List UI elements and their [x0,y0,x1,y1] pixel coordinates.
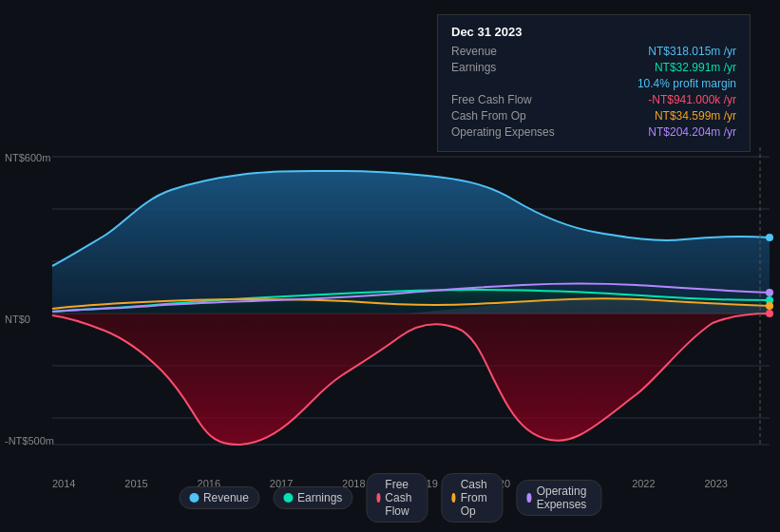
legend-label-revenue: Revenue [203,491,249,504]
tooltip-label-opex: Operating Expenses [451,125,555,139]
tooltip-date: Dec 31 2023 [451,25,736,39]
legend-revenue[interactable]: Revenue [179,486,259,509]
tooltip-value-earnings: NT$32.991m /yr [655,61,736,74]
tooltip-row-fcf: Free Cash Flow -NT$941.000k /yr [451,93,736,106]
svg-point-11 [766,302,773,310]
tooltip-label-revenue: Revenue [451,45,497,58]
tooltip-value-revenue: NT$318.015m /yr [648,45,736,58]
legend-dot-revenue [189,493,199,503]
legend: Revenue Earnings Free Cash Flow Cash Fro… [179,473,601,522]
tooltip-box: Dec 31 2023 Revenue NT$318.015m /yr Earn… [437,14,751,152]
legend-label-fcf: Free Cash Flow [385,478,417,518]
tooltip-label-earnings: Earnings [451,61,496,74]
legend-dot-opex [526,493,531,503]
tooltip-row-cashop: Cash From Op NT$34.599m /yr [451,109,736,123]
svg-point-12 [766,289,773,296]
svg-point-10 [766,310,773,317]
tooltip-row-revenue: Revenue NT$318.015m /yr [451,45,736,58]
tooltip-label-fcf: Free Cash Flow [451,93,532,106]
svg-point-8 [766,234,773,241]
legend-cashop[interactable]: Cash From Op [441,473,503,522]
legend-dot-earnings [283,493,293,503]
tooltip-value-opex: NT$204.204m /yr [648,125,736,139]
legend-opex[interactable]: Operating Expenses [516,480,601,516]
tooltip-row-earnings: Earnings NT$32.991m /yr [451,61,736,74]
tooltip-label-cashop: Cash From Op [451,109,526,123]
x-label-2023: 2023 [704,478,727,489]
legend-label-opex: Operating Expenses [537,484,591,511]
legend-dot-cashop [451,493,455,503]
tooltip-value-fcf: -NT$941.000k /yr [648,93,736,106]
legend-dot-fcf [376,493,380,503]
tooltip-row-opex: Operating Expenses NT$204.204m /yr [451,125,736,139]
tooltip-value-cashop: NT$34.599m /yr [655,109,736,123]
tooltip-row-margin: 10.4% profit margin [451,77,736,90]
tooltip-value-margin: 10.4% profit margin [637,77,736,90]
x-label-2014: 2014 [52,478,75,489]
legend-fcf[interactable]: Free Cash Flow [366,473,428,522]
legend-label-cashop: Cash From Op [461,478,493,518]
legend-label-earnings: Earnings [297,491,342,504]
x-label-2022: 2022 [632,478,655,489]
legend-earnings[interactable]: Earnings [273,486,352,509]
chart-container: Dec 31 2023 Revenue NT$318.015m /yr Earn… [0,0,780,532]
x-label-2015: 2015 [124,478,147,489]
